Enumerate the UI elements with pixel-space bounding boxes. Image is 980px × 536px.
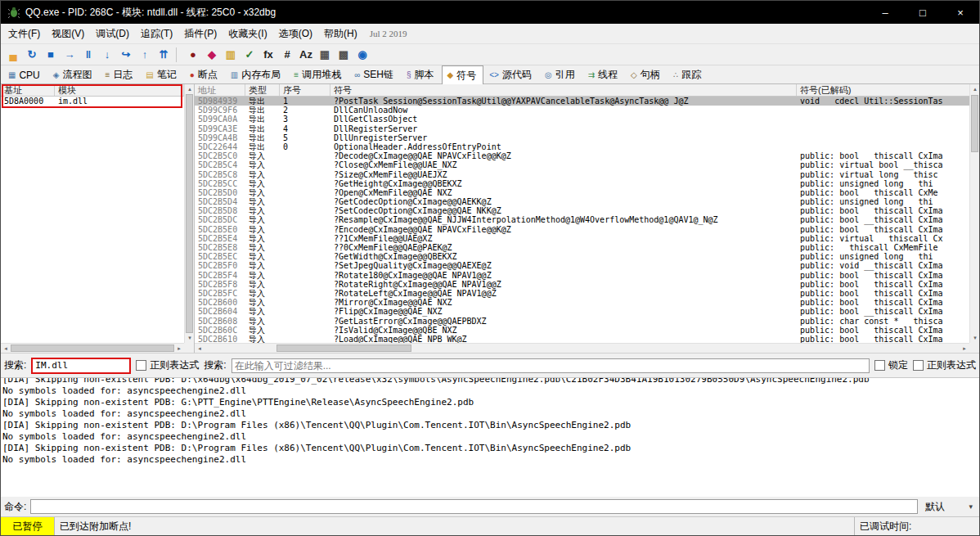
column-header-symbol[interactable]: 符号 [330,84,797,96]
scroll-up-icon[interactable]: ▴ [185,84,195,94]
scroll-left-icon[interactable]: ◂ [195,344,205,353]
step-into-button[interactable]: ↓ [98,46,116,64]
tab-seh[interactable]: ∞ SEH链 [348,65,401,83]
scroll-up-icon[interactable]: ▴ [970,84,979,94]
scroll-down-icon[interactable]: ▾ [185,333,195,343]
scrollbar-thumb[interactable] [276,345,411,352]
run-to-user-code-button[interactable]: ⇈ [155,46,173,64]
symbol-filter-input[interactable] [232,358,870,373]
close-button[interactable]: × [942,1,979,24]
breakpoints-button[interactable]: ● [184,46,202,64]
table-row[interactable]: 5D99CA4B 导出 5 DllUnregisterServer [195,133,969,142]
menu-item[interactable]: 追踪(T) [135,25,178,43]
favourites-button[interactable]: ✓ [241,46,258,64]
table-row[interactable]: 5DC2B5F4 导入 ?Rotate180@CxImage@@QAE_NPAV… [195,271,969,280]
table-row[interactable]: 5DC2B60C 导入 ?IsValid@CxImage@@QBE_NXZ pu… [195,326,969,335]
tab-cpu[interactable]: ▦ CPU [2,65,47,83]
modules-horizontal-scrollbar[interactable]: ◂ ▸ [1,343,184,353]
tab-breakpoints[interactable]: ● 断点 [184,65,225,83]
table-row[interactable]: 5DC2B5CC 导入 ?GetHeight@CxImage@@QBEKXZ p… [195,179,969,188]
preferences-appearance-button[interactable]: Az [297,46,315,64]
menu-item[interactable]: 调试(D) [90,25,135,43]
table-row[interactable]: 5DC2B5D8 导入 ?SetCodecOption@CxImage@@QAE… [195,206,969,215]
table-row[interactable]: 5DC22644 导出 0 OptionalHeader.AddressOfEn… [195,142,969,151]
table-row[interactable]: 5DC2B5E4 导入 ??1CxMemFile@@UAE@XZ public:… [195,234,969,243]
column-header-base[interactable]: 基址 [1,84,55,96]
string-references-button[interactable]: # [278,46,296,64]
table-row[interactable]: 5DC2B5C0 导入 ?Decode@CxImage@@QAE_NPAVCxF… [195,151,969,160]
run-button[interactable]: → [61,46,79,64]
command-input[interactable] [30,499,918,514]
table-row[interactable]: 5DC2B5FC 导入 ?RotateLeft@CxImage@@QAE_NPA… [195,289,969,298]
tab-notes[interactable]: ▤ 笔记 [140,65,183,83]
minimize-button[interactable]: – [866,1,904,24]
restart-button[interactable]: ↻ [23,46,41,64]
column-header-type[interactable]: 类型 [245,84,280,96]
table-row[interactable]: 5DC2B604 导入 ?Flip@CxImage@@QAE_NXZ publi… [195,307,969,316]
tab-symbols[interactable]: ◆ 符号 [442,65,484,84]
menu-item[interactable]: 视图(V) [46,25,90,43]
scrollbar-thumb[interactable] [971,95,978,152]
column-header-decoded[interactable]: 符号(已解码) [797,84,969,96]
symbols-vertical-scrollbar[interactable]: ▴ ▾ [969,84,979,343]
table-row[interactable]: 5DC2B5F8 导入 ?RotateRight@CxImage@@QAE_NP… [195,280,969,289]
table-row[interactable]: 5DC2B5C4 导入 ?Close@CxMemFile@@UAE_NXZ pu… [195,160,969,169]
table-row[interactable]: 5DC2B5D4 导入 ?GetCodecOption@CxImage@@QAE… [195,197,969,206]
table-row[interactable]: 5D99C9F6 导出 2 DllCanUnloadNow [195,106,969,115]
step-over-button[interactable]: ↪ [117,46,135,64]
expression-function-button[interactable]: fx [259,46,277,64]
table-row[interactable]: 5DC2B5E0 导入 ?Encode@CxImage@@QAE_NPAVCxF… [195,225,969,234]
menu-item[interactable]: 收藏夹(I) [223,25,272,43]
execute-till-return-button[interactable]: ↑ [136,46,154,64]
modules-vertical-scrollbar[interactable]: ▴ ▾ [184,84,194,343]
tab-threads[interactable]: ⇉ 线程 [582,65,625,83]
symbols-horizontal-scrollbar[interactable]: ◂ ▸ [195,343,969,353]
table-row[interactable]: 5DC2B5EC 导入 ?GetWidth@CxImage@@QBEKXZ pu… [195,252,969,261]
lock-checkbox[interactable] [874,360,885,371]
scroll-left-icon[interactable]: ◂ [1,344,11,353]
table-row[interactable]: 5DC2B5E8 导入 ??0CxMemFile@@QAE@PAEK@Z pub… [195,243,969,252]
table-row[interactable]: 5D984939 导出 1 ?PostTask_Session@SessionT… [195,97,969,106]
table-row[interactable]: 5D99CA0A 导出 3 DllGetClassObject [195,115,969,124]
scroll-down-icon[interactable]: ▾ [970,333,979,343]
menu-item[interactable]: 文件(F) [2,25,46,43]
patches-button[interactable]: ◆ [203,46,221,64]
module-row[interactable]: 5D8A0000 im.dll [1,97,184,106]
tab-handles[interactable]: ◇ 句柄 [625,65,668,83]
table-row[interactable]: 5DC2B600 导入 ?Mirror@CxImage@@QAE_NXZ pub… [195,298,969,307]
table-row[interactable]: 5DC2B5D0 导入 ?Open@CxMemFile@@QAE_NXZ pub… [195,188,969,197]
tab-log[interactable]: ≡ 日志 [100,65,141,83]
scrollbar-thumb[interactable] [11,345,174,352]
scrollbar-thumb[interactable] [186,94,193,333]
stop-button[interactable]: ■ [42,46,60,64]
table-row[interactable]: 5DC2B608 导入 ?GetLastError@CxImage@@QAEPB… [195,317,969,326]
table-row[interactable]: 5DC2B5C8 导入 ?Size@CxMemFile@@UAEJXZ publ… [195,170,969,179]
about-button[interactable]: ◉ [353,46,371,64]
comments-button[interactable]: ▥ [222,46,240,64]
menu-item[interactable]: 选项(O) [273,25,318,43]
open-file-button[interactable]: ▄ [4,46,22,64]
tab-call-stack[interactable]: ≡ 调用堆栈 [288,65,348,83]
regex-checkbox-modules[interactable] [136,360,146,371]
menu-item[interactable]: 帮助(H) [318,25,363,43]
column-header-address[interactable]: 地址 [195,84,245,96]
module-search-input[interactable] [33,359,129,372]
command-profile-select[interactable]: 默认 ▾ [922,499,976,514]
tab-memory-map[interactable]: ▥ 内存布局 [225,65,288,83]
pause-button[interactable]: ‖ [79,46,97,64]
maximize-button[interactable]: □ [904,1,942,24]
tab-source[interactable]: <> 源代码 [483,65,539,83]
table-row[interactable]: 5D99CA3E 导出 4 DllRegisterServer [195,124,969,133]
tab-graph[interactable]: ◈ 流程图 [47,65,100,83]
scroll-right-icon[interactable]: ▸ [174,344,184,353]
calculator-button[interactable]: ▦ [316,46,334,64]
tab-script[interactable]: § 脚本 [401,65,442,83]
table-row[interactable]: 5DC2B5F0 导入 ?SetJpegQuality@CxImage@@QAE… [195,261,969,270]
column-header-module[interactable]: 模块 [55,84,184,96]
toolbar-separator[interactable] [176,47,182,62]
tab-references[interactable]: ◎ 引用 [539,65,582,83]
tab-trace[interactable]: ∴ 跟踪 [668,65,708,83]
regex-checkbox-filter[interactable] [913,360,924,371]
table-row[interactable]: 5DC2B5DC 导入 ?Resample@CxImage@@QAE_NJJW4… [195,215,969,224]
menu-item[interactable]: 插件(P) [178,25,223,43]
